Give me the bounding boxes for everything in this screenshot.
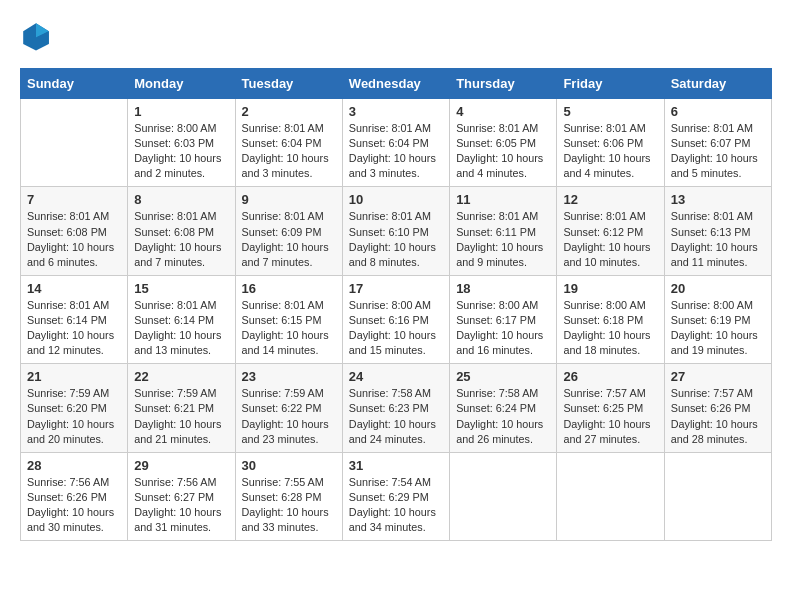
day-cell: 25Sunrise: 7:58 AM Sunset: 6:24 PM Dayli… bbox=[450, 364, 557, 452]
day-info: Sunrise: 7:56 AM Sunset: 6:26 PM Dayligh… bbox=[27, 475, 121, 535]
week-row-3: 14Sunrise: 8:01 AM Sunset: 6:14 PM Dayli… bbox=[21, 275, 772, 363]
day-cell: 10Sunrise: 8:01 AM Sunset: 6:10 PM Dayli… bbox=[342, 187, 449, 275]
column-header-tuesday: Tuesday bbox=[235, 69, 342, 99]
week-row-5: 28Sunrise: 7:56 AM Sunset: 6:26 PM Dayli… bbox=[21, 452, 772, 540]
day-info: Sunrise: 7:58 AM Sunset: 6:23 PM Dayligh… bbox=[349, 386, 443, 446]
column-header-saturday: Saturday bbox=[664, 69, 771, 99]
calendar-table: SundayMondayTuesdayWednesdayThursdayFrid… bbox=[20, 68, 772, 541]
logo bbox=[20, 20, 56, 52]
day-info: Sunrise: 8:00 AM Sunset: 6:19 PM Dayligh… bbox=[671, 298, 765, 358]
day-cell: 18Sunrise: 8:00 AM Sunset: 6:17 PM Dayli… bbox=[450, 275, 557, 363]
day-number: 14 bbox=[27, 281, 121, 296]
day-info: Sunrise: 8:00 AM Sunset: 6:16 PM Dayligh… bbox=[349, 298, 443, 358]
day-cell: 19Sunrise: 8:00 AM Sunset: 6:18 PM Dayli… bbox=[557, 275, 664, 363]
day-cell: 17Sunrise: 8:00 AM Sunset: 6:16 PM Dayli… bbox=[342, 275, 449, 363]
day-number: 9 bbox=[242, 192, 336, 207]
day-number: 6 bbox=[671, 104, 765, 119]
day-number: 26 bbox=[563, 369, 657, 384]
day-number: 10 bbox=[349, 192, 443, 207]
day-cell: 29Sunrise: 7:56 AM Sunset: 6:27 PM Dayli… bbox=[128, 452, 235, 540]
day-info: Sunrise: 7:57 AM Sunset: 6:25 PM Dayligh… bbox=[563, 386, 657, 446]
day-info: Sunrise: 8:01 AM Sunset: 6:10 PM Dayligh… bbox=[349, 209, 443, 269]
day-cell: 27Sunrise: 7:57 AM Sunset: 6:26 PM Dayli… bbox=[664, 364, 771, 452]
column-header-wednesday: Wednesday bbox=[342, 69, 449, 99]
day-cell: 7Sunrise: 8:01 AM Sunset: 6:08 PM Daylig… bbox=[21, 187, 128, 275]
day-cell: 14Sunrise: 8:01 AM Sunset: 6:14 PM Dayli… bbox=[21, 275, 128, 363]
page-header bbox=[20, 20, 772, 52]
header-row: SundayMondayTuesdayWednesdayThursdayFrid… bbox=[21, 69, 772, 99]
day-cell bbox=[21, 99, 128, 187]
day-info: Sunrise: 8:01 AM Sunset: 6:04 PM Dayligh… bbox=[242, 121, 336, 181]
day-info: Sunrise: 8:01 AM Sunset: 6:14 PM Dayligh… bbox=[134, 298, 228, 358]
day-cell: 6Sunrise: 8:01 AM Sunset: 6:07 PM Daylig… bbox=[664, 99, 771, 187]
day-cell: 26Sunrise: 7:57 AM Sunset: 6:25 PM Dayli… bbox=[557, 364, 664, 452]
column-header-monday: Monday bbox=[128, 69, 235, 99]
day-number: 25 bbox=[456, 369, 550, 384]
day-info: Sunrise: 7:57 AM Sunset: 6:26 PM Dayligh… bbox=[671, 386, 765, 446]
day-number: 4 bbox=[456, 104, 550, 119]
week-row-4: 21Sunrise: 7:59 AM Sunset: 6:20 PM Dayli… bbox=[21, 364, 772, 452]
day-info: Sunrise: 7:58 AM Sunset: 6:24 PM Dayligh… bbox=[456, 386, 550, 446]
day-number: 7 bbox=[27, 192, 121, 207]
day-number: 1 bbox=[134, 104, 228, 119]
day-number: 27 bbox=[671, 369, 765, 384]
day-info: Sunrise: 7:59 AM Sunset: 6:20 PM Dayligh… bbox=[27, 386, 121, 446]
day-info: Sunrise: 8:01 AM Sunset: 6:12 PM Dayligh… bbox=[563, 209, 657, 269]
logo-icon bbox=[20, 20, 52, 52]
day-number: 19 bbox=[563, 281, 657, 296]
day-cell bbox=[664, 452, 771, 540]
day-number: 21 bbox=[27, 369, 121, 384]
day-info: Sunrise: 8:01 AM Sunset: 6:15 PM Dayligh… bbox=[242, 298, 336, 358]
day-number: 3 bbox=[349, 104, 443, 119]
day-cell: 28Sunrise: 7:56 AM Sunset: 6:26 PM Dayli… bbox=[21, 452, 128, 540]
day-number: 17 bbox=[349, 281, 443, 296]
day-number: 30 bbox=[242, 458, 336, 473]
day-number: 16 bbox=[242, 281, 336, 296]
week-row-2: 7Sunrise: 8:01 AM Sunset: 6:08 PM Daylig… bbox=[21, 187, 772, 275]
day-cell: 13Sunrise: 8:01 AM Sunset: 6:13 PM Dayli… bbox=[664, 187, 771, 275]
day-info: Sunrise: 7:55 AM Sunset: 6:28 PM Dayligh… bbox=[242, 475, 336, 535]
day-number: 2 bbox=[242, 104, 336, 119]
day-cell bbox=[557, 452, 664, 540]
day-info: Sunrise: 8:00 AM Sunset: 6:03 PM Dayligh… bbox=[134, 121, 228, 181]
day-info: Sunrise: 7:59 AM Sunset: 6:21 PM Dayligh… bbox=[134, 386, 228, 446]
day-cell: 16Sunrise: 8:01 AM Sunset: 6:15 PM Dayli… bbox=[235, 275, 342, 363]
day-cell: 2Sunrise: 8:01 AM Sunset: 6:04 PM Daylig… bbox=[235, 99, 342, 187]
day-info: Sunrise: 8:01 AM Sunset: 6:11 PM Dayligh… bbox=[456, 209, 550, 269]
day-number: 12 bbox=[563, 192, 657, 207]
column-header-friday: Friday bbox=[557, 69, 664, 99]
day-number: 23 bbox=[242, 369, 336, 384]
day-cell: 12Sunrise: 8:01 AM Sunset: 6:12 PM Dayli… bbox=[557, 187, 664, 275]
day-cell bbox=[450, 452, 557, 540]
day-cell: 9Sunrise: 8:01 AM Sunset: 6:09 PM Daylig… bbox=[235, 187, 342, 275]
day-info: Sunrise: 8:01 AM Sunset: 6:04 PM Dayligh… bbox=[349, 121, 443, 181]
day-number: 8 bbox=[134, 192, 228, 207]
day-number: 20 bbox=[671, 281, 765, 296]
day-info: Sunrise: 7:54 AM Sunset: 6:29 PM Dayligh… bbox=[349, 475, 443, 535]
day-number: 22 bbox=[134, 369, 228, 384]
day-info: Sunrise: 7:56 AM Sunset: 6:27 PM Dayligh… bbox=[134, 475, 228, 535]
day-info: Sunrise: 8:01 AM Sunset: 6:05 PM Dayligh… bbox=[456, 121, 550, 181]
day-number: 28 bbox=[27, 458, 121, 473]
day-cell: 31Sunrise: 7:54 AM Sunset: 6:29 PM Dayli… bbox=[342, 452, 449, 540]
day-number: 5 bbox=[563, 104, 657, 119]
week-row-1: 1Sunrise: 8:00 AM Sunset: 6:03 PM Daylig… bbox=[21, 99, 772, 187]
day-cell: 22Sunrise: 7:59 AM Sunset: 6:21 PM Dayli… bbox=[128, 364, 235, 452]
day-info: Sunrise: 8:01 AM Sunset: 6:08 PM Dayligh… bbox=[134, 209, 228, 269]
day-cell: 11Sunrise: 8:01 AM Sunset: 6:11 PM Dayli… bbox=[450, 187, 557, 275]
day-cell: 23Sunrise: 7:59 AM Sunset: 6:22 PM Dayli… bbox=[235, 364, 342, 452]
day-number: 15 bbox=[134, 281, 228, 296]
day-info: Sunrise: 7:59 AM Sunset: 6:22 PM Dayligh… bbox=[242, 386, 336, 446]
day-cell: 8Sunrise: 8:01 AM Sunset: 6:08 PM Daylig… bbox=[128, 187, 235, 275]
day-number: 29 bbox=[134, 458, 228, 473]
day-info: Sunrise: 8:01 AM Sunset: 6:14 PM Dayligh… bbox=[27, 298, 121, 358]
day-number: 18 bbox=[456, 281, 550, 296]
column-header-sunday: Sunday bbox=[21, 69, 128, 99]
day-cell: 24Sunrise: 7:58 AM Sunset: 6:23 PM Dayli… bbox=[342, 364, 449, 452]
day-cell: 20Sunrise: 8:00 AM Sunset: 6:19 PM Dayli… bbox=[664, 275, 771, 363]
day-number: 13 bbox=[671, 192, 765, 207]
day-cell: 30Sunrise: 7:55 AM Sunset: 6:28 PM Dayli… bbox=[235, 452, 342, 540]
day-number: 24 bbox=[349, 369, 443, 384]
day-info: Sunrise: 8:01 AM Sunset: 6:06 PM Dayligh… bbox=[563, 121, 657, 181]
day-cell: 15Sunrise: 8:01 AM Sunset: 6:14 PM Dayli… bbox=[128, 275, 235, 363]
